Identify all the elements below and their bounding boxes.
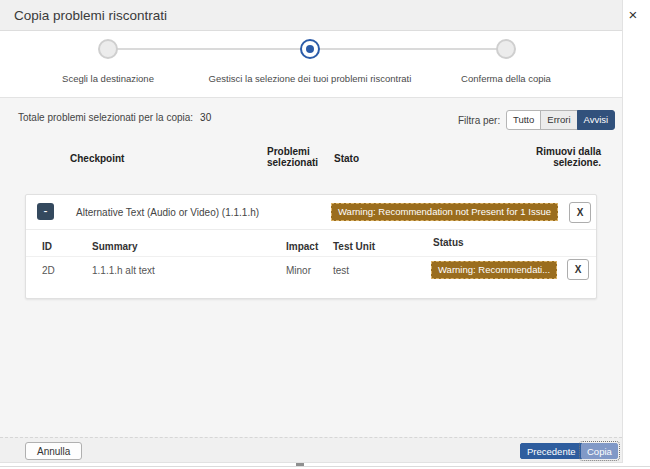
issue-warning-badge: Warning: Recommendati... — [431, 261, 557, 279]
filter-tutto-button[interactable]: Tutto — [506, 110, 541, 130]
previous-button[interactable]: Precedente — [520, 443, 583, 459]
total-selected-text: Totale problemi selezionati per la copia… — [18, 112, 211, 123]
page-artifact-line — [0, 466, 650, 467]
row-divider — [26, 229, 596, 230]
modal-footer: Annulla Precedente Copia — [0, 437, 622, 462]
stepper: Scegli la destinazione Gestisci la selez… — [0, 31, 622, 97]
subtable-divider — [26, 256, 596, 257]
issue-summary-cell: 1.1.1.h alt text — [92, 265, 155, 276]
modal-title: Copia problemi riscontrati — [14, 0, 167, 31]
collapse-button[interactable]: - — [37, 203, 54, 220]
copy-issues-modal: Copia problemi riscontrati Scegli la des… — [0, 0, 623, 463]
step-3-label: Conferma della copia — [406, 73, 606, 84]
subtable-header-summary: Summary — [92, 241, 138, 252]
content-panel: Totale problemi selezionati per la copia… — [0, 97, 622, 437]
filter-label: Filtra per: — [458, 115, 500, 126]
checkpoint-group-card: - Alternative Text (Audio or Video) (1.1… — [25, 194, 597, 299]
column-header-problemi-selezionati: Problemi selezionati — [267, 146, 323, 168]
step-3-circle[interactable] — [496, 39, 516, 59]
step-2-circle-active[interactable] — [300, 39, 320, 59]
step-1-label: Scegli la destinazione — [8, 73, 208, 84]
group-warning-badge: Warning: Recommendation not Present for … — [331, 203, 558, 221]
column-header-checkpoint: Checkpoint — [70, 153, 124, 164]
remove-group-button[interactable]: X — [569, 202, 591, 223]
copy-button[interactable]: Copia — [581, 443, 618, 459]
filter-avvisi-button[interactable]: Avvisi — [577, 110, 616, 130]
subtable-header-id: ID — [42, 241, 52, 252]
step-1-circle[interactable] — [98, 39, 118, 59]
filter-errori-button[interactable]: Errori — [540, 110, 577, 130]
subtable-header-test-unit: Test Unit — [333, 241, 375, 252]
issue-impact-cell: Minor — [286, 265, 311, 276]
total-selected-value: 30 — [200, 112, 211, 123]
column-header-stato: Stato — [334, 153, 359, 164]
filter-button-group: Tutto Errori Avvisi — [506, 110, 615, 130]
subtable-header-status: Status — [433, 237, 464, 248]
close-icon[interactable]: × — [623, 5, 643, 25]
subtable-header-impact: Impact — [286, 241, 318, 252]
step-2-label: Gestisci la selezione dei tuoi problemi … — [185, 73, 435, 84]
cancel-button[interactable]: Annulla — [25, 442, 82, 460]
column-header-rimuovi: Rimuovi dalla selezione. — [521, 146, 601, 168]
issue-test-unit-cell: test — [333, 265, 349, 276]
screen: Copia problemi riscontrati Scegli la des… — [0, 0, 650, 469]
checkpoint-name: Alternative Text (Audio or Video) (1.1.1… — [76, 207, 259, 218]
issue-id-cell: 2D — [42, 265, 55, 276]
total-selected-label: Totale problemi selezionati per la copia… — [18, 112, 193, 123]
remove-issue-button[interactable]: X — [567, 259, 589, 280]
modal-header: Copia problemi riscontrati — [0, 0, 622, 31]
